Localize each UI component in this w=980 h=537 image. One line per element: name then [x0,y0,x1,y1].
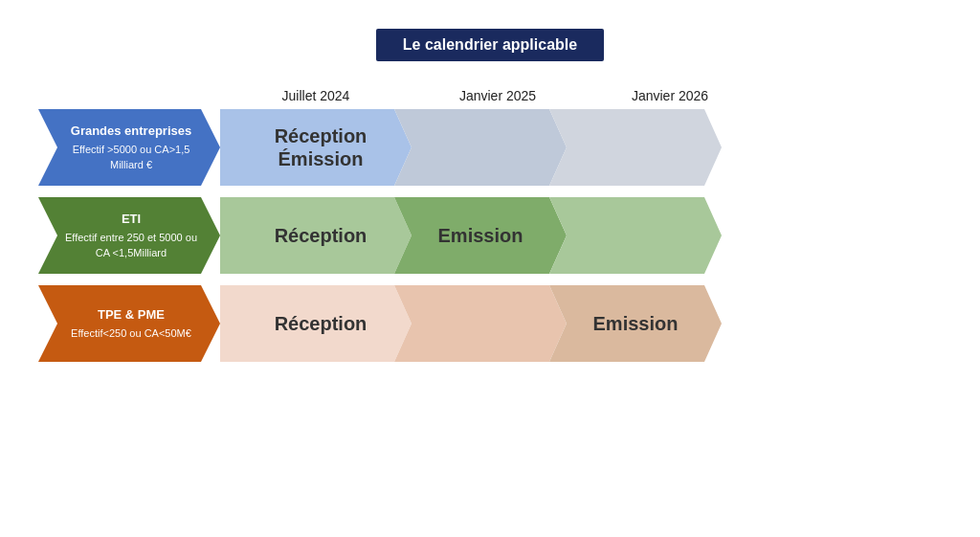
arrow-grandes-1-sub: Émission [278,148,364,169]
row-grandes-entreprises: Grandes entreprises Effectif >5000 ou CA… [38,109,942,186]
title-container: Le calendrier applicable [376,29,604,61]
arrow-tpe-3: Emission [549,285,722,362]
arrow-grandes-1: Réception Émission [220,109,412,186]
arrow-eti-1-main: Réception [275,225,368,246]
arrows-eti: Réception Emission [220,197,942,274]
arrow-grandes-2 [394,109,567,186]
row-tpe-pme: TPE & PME Effectif<250 ou CA<50M€ Récept… [38,285,942,362]
col-header-jan-2026: Janvier 2026 [584,88,756,103]
label-title-eti: ETI [57,211,205,228]
col-header-july-2024: Juillet 2024 [220,88,412,103]
label-sub-eti: Effectif entre 250 et 5000 ou CA <1,5Mil… [57,231,205,260]
label-eti: ETI Effectif entre 250 et 5000 ou CA <1,… [38,197,220,274]
arrow-eti-3 [549,197,722,274]
label-title-tpe: TPE & PME [71,306,191,324]
arrow-tpe-1-main: Réception [275,313,368,334]
label-tpe-pme: TPE & PME Effectif<250 ou CA<50M€ [38,285,220,362]
arrows-grandes: Réception Émission [220,109,942,186]
label-title-grandes: Grandes entreprises [57,123,205,140]
label-sub-tpe: Effectif<250 ou CA<50M€ [71,326,191,341]
arrow-grandes-3 [549,109,722,186]
col-header-jan-2025: Janvier 2025 [412,88,584,103]
arrow-eti-1: Réception [220,197,412,274]
arrow-eti-2-main: Emission [438,225,523,246]
arrow-grandes-1-main: Réception [275,125,368,146]
timeline-area: Juillet 2024 Janvier 2025 Janvier 2026 G… [38,88,942,373]
column-headers: Juillet 2024 Janvier 2025 Janvier 2026 [220,88,942,103]
label-sub-grandes: Effectif >5000 ou CA>1,5 Milliard € [57,143,205,172]
arrow-tpe-1: Réception [220,285,412,362]
page-title: Le calendrier applicable [403,36,577,53]
row-eti: ETI Effectif entre 250 et 5000 ou CA <1,… [38,197,942,274]
label-grandes-entreprises: Grandes entreprises Effectif >5000 ou CA… [38,109,220,186]
arrows-tpe: Réception Emission [220,285,942,362]
arrow-eti-2: Emission [394,197,567,274]
arrow-tpe-2 [394,285,567,362]
arrow-tpe-3-main: Emission [593,313,679,334]
